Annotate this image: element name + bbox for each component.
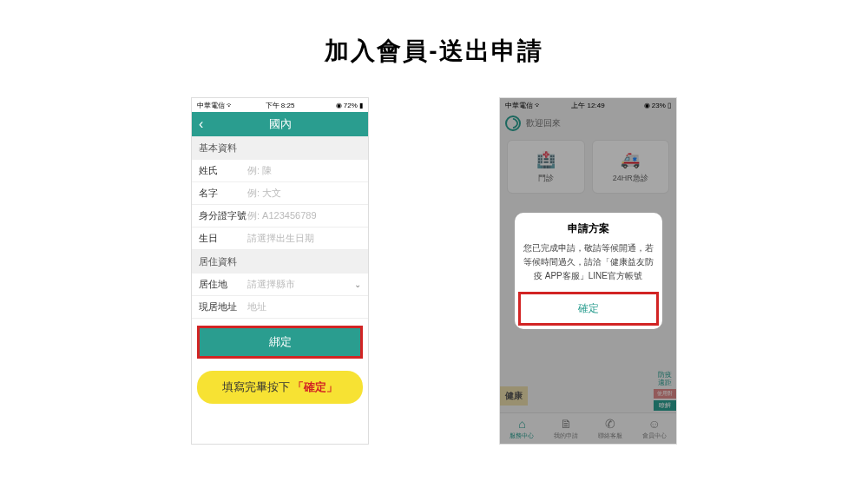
placeholder-id-no: 例: A123456789	[247, 209, 361, 222]
dialog: 申請方案 您已完成申請，敬請等候開通，若等候時間過久，請洽「健康益友防疫 APP…	[515, 213, 662, 329]
page-title: 加入會員-送出申請	[0, 0, 868, 68]
label-city: 居住地	[199, 278, 247, 291]
nav-title: 國內	[269, 116, 292, 132]
placeholder-address: 地址	[247, 300, 361, 313]
callout-highlight: 「確定」	[293, 380, 338, 393]
placeholder-last-name: 例: 陳	[247, 164, 361, 177]
placeholder-city: 請選擇縣市	[247, 278, 354, 291]
label-id-no: 身分證字號	[199, 209, 247, 222]
callout: 填寫完畢按下 「確定」	[197, 371, 363, 404]
dialog-body: 您已完成申請，敬請等候開通，若等候時間過久，請洽「健康益友防疫 APP客服」LI…	[515, 241, 662, 292]
back-icon[interactable]: ‹	[199, 117, 203, 131]
modal-overlay: 申請方案 您已完成申請，敬請等候開通，若等候時間過久，請洽「健康益友防疫 APP…	[500, 98, 676, 444]
label-address: 現居地址	[199, 300, 247, 313]
field-address[interactable]: 現居地址 地址	[192, 296, 368, 319]
status-bar: 中華電信 ᯤ 下午 8:25 ◉ 72% ▮	[192, 98, 368, 112]
phone-1: 中華電信 ᯤ 下午 8:25 ◉ 72% ▮ ‹ 國內 基本資料 姓氏 例: 陳…	[191, 97, 369, 445]
label-last-name: 姓氏	[199, 164, 247, 177]
field-last-name[interactable]: 姓氏 例: 陳	[192, 160, 368, 182]
callout-text: 填寫完畢按下	[222, 380, 290, 393]
confirm-button[interactable]: 確定	[518, 292, 659, 326]
bind-button[interactable]: 綁定	[197, 326, 363, 359]
label-first-name: 名字	[199, 187, 247, 200]
field-city[interactable]: 居住地 請選擇縣市 ⌄	[192, 274, 368, 296]
section-basic: 基本資料	[192, 136, 368, 160]
dialog-title: 申請方案	[515, 213, 662, 241]
field-first-name[interactable]: 名字 例: 大文	[192, 182, 368, 205]
field-birthday[interactable]: 生日 請選擇出生日期	[192, 228, 368, 250]
placeholder-birthday: 請選擇出生日期	[247, 232, 361, 245]
label-birthday: 生日	[199, 232, 247, 245]
phones-row: 中華電信 ᯤ 下午 8:25 ◉ 72% ▮ ‹ 國內 基本資料 姓氏 例: 陳…	[0, 97, 868, 445]
status-time: 下午 8:25	[192, 101, 368, 110]
field-id-no[interactable]: 身分證字號 例: A123456789	[192, 205, 368, 228]
nav-bar: ‹ 國內	[192, 112, 368, 136]
placeholder-first-name: 例: 大文	[247, 187, 361, 200]
section-residence: 居住資料	[192, 250, 368, 274]
chevron-down-icon: ⌄	[354, 280, 361, 289]
phone-2: 中華電信 ᯤ 上午 12:49 ◉ 23% ▯ 歡迎回來 🏥 門診 🚑 24HR…	[499, 97, 677, 445]
